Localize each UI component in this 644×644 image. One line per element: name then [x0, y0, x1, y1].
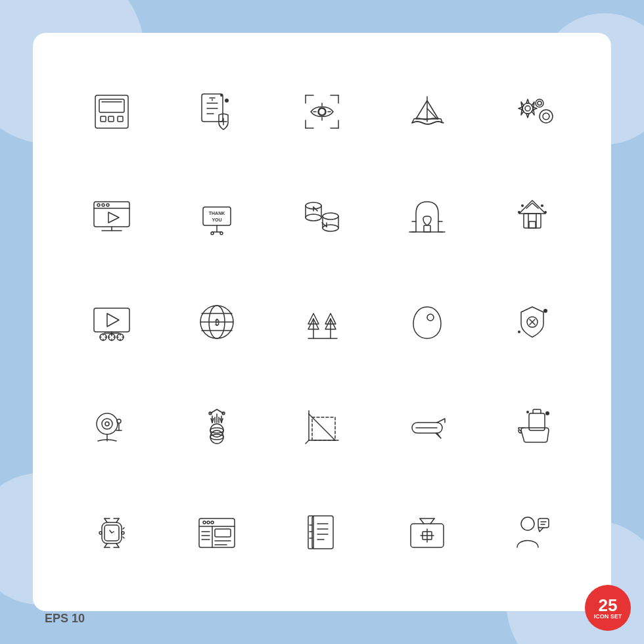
- icon-hand-bag: [486, 381, 578, 473]
- icon-count-badge: 25 ICON SET: [585, 585, 631, 631]
- icon-eye-gear: [276, 66, 368, 158]
- svg-line-132: [104, 543, 107, 547]
- svg-rect-138: [199, 518, 235, 547]
- svg-point-13: [220, 94, 223, 97]
- svg-point-93: [102, 419, 112, 429]
- svg-point-49: [323, 213, 338, 219]
- svg-point-32: [97, 204, 100, 206]
- svg-point-125: [526, 411, 529, 413]
- svg-point-166: [521, 517, 534, 530]
- icon-first-aid: [381, 486, 473, 578]
- svg-point-25: [525, 106, 530, 111]
- icon-video-settings: [66, 276, 158, 368]
- svg-point-141: [203, 521, 206, 524]
- svg-marker-71: [107, 313, 119, 327]
- svg-point-66: [541, 204, 543, 207]
- svg-point-68: [518, 211, 520, 214]
- badge-label: ICON SET: [594, 614, 622, 620]
- svg-rect-144: [215, 529, 231, 537]
- icon-falling-coins: [171, 381, 263, 473]
- icon-smartwatch: [66, 486, 158, 578]
- icon-web-layout: [171, 486, 263, 578]
- svg-point-143: [211, 521, 214, 524]
- svg-line-161: [430, 518, 434, 524]
- svg-point-142: [207, 521, 210, 524]
- badge-number: 25: [599, 597, 618, 614]
- svg-point-27: [538, 101, 541, 105]
- svg-point-33: [102, 204, 104, 206]
- svg-rect-69: [529, 221, 536, 228]
- icon-egg: [381, 276, 473, 368]
- icon-atm: [66, 66, 158, 158]
- main-card: THANK YOU: [33, 33, 611, 611]
- svg-point-92: [97, 413, 118, 434]
- svg-point-86: [427, 314, 434, 321]
- svg-point-44: [220, 232, 223, 235]
- svg-point-28: [540, 110, 553, 123]
- icon-sailboat: [381, 66, 473, 158]
- svg-line-160: [420, 518, 424, 524]
- icon-settings-gears: [486, 66, 578, 158]
- icon-video-browser: [66, 171, 158, 263]
- svg-rect-38: [203, 207, 231, 225]
- svg-point-91: [518, 331, 520, 333]
- svg-point-136: [99, 532, 102, 534]
- svg-line-130: [116, 518, 119, 522]
- svg-text:YOU: YOU: [212, 218, 221, 222]
- icon-shield-face: [486, 276, 578, 368]
- svg-point-24: [522, 103, 533, 114]
- svg-point-90: [543, 309, 547, 313]
- icon-database-transfer: [276, 171, 368, 263]
- icon-support-person: [486, 486, 578, 578]
- svg-point-22: [318, 108, 326, 116]
- svg-rect-70: [94, 308, 129, 332]
- icon-bitcoin-globe: ₿: [171, 276, 263, 368]
- svg-point-26: [536, 99, 543, 107]
- svg-rect-151: [308, 516, 313, 549]
- svg-text:THANK: THANK: [209, 211, 225, 216]
- svg-point-137: [122, 532, 124, 534]
- svg-text:₿: ₿: [215, 318, 219, 327]
- svg-point-29: [543, 113, 549, 120]
- svg-point-65: [521, 204, 524, 207]
- svg-rect-60: [424, 225, 430, 232]
- svg-line-117: [306, 440, 309, 444]
- svg-line-134: [116, 543, 119, 547]
- svg-rect-3: [108, 116, 114, 122]
- icon-arch-heart: [381, 171, 473, 263]
- svg-rect-4: [118, 116, 123, 122]
- svg-marker-63: [519, 200, 545, 214]
- icon-notebook: [276, 486, 368, 578]
- svg-point-34: [106, 204, 109, 206]
- svg-rect-1: [99, 99, 124, 112]
- icon-webcam: [66, 381, 158, 473]
- eps-label: EPS 10: [45, 612, 85, 626]
- icon-swiss-knife: [381, 381, 473, 473]
- icon-house-chevrons: [486, 171, 578, 263]
- icon-trees: [276, 276, 368, 368]
- svg-rect-2: [101, 116, 106, 122]
- eps-text: EPS 10: [45, 612, 85, 625]
- icon-medical-doc: [171, 66, 263, 158]
- svg-rect-0: [95, 95, 128, 128]
- svg-point-67: [544, 211, 547, 214]
- svg-point-48: [306, 214, 321, 221]
- icon-crop-tool: [276, 381, 368, 473]
- icon-grid: THANK YOU: [59, 59, 585, 585]
- svg-rect-167: [538, 518, 549, 528]
- icon-thank-you: THANK YOU: [171, 171, 263, 263]
- svg-point-12: [225, 99, 229, 103]
- svg-point-94: [105, 422, 109, 426]
- svg-line-114: [309, 414, 335, 440]
- svg-point-43: [211, 232, 214, 235]
- svg-line-128: [104, 518, 107, 522]
- svg-rect-150: [312, 516, 333, 549]
- svg-marker-35: [108, 212, 119, 223]
- svg-point-124: [545, 411, 549, 415]
- svg-rect-64: [524, 214, 541, 228]
